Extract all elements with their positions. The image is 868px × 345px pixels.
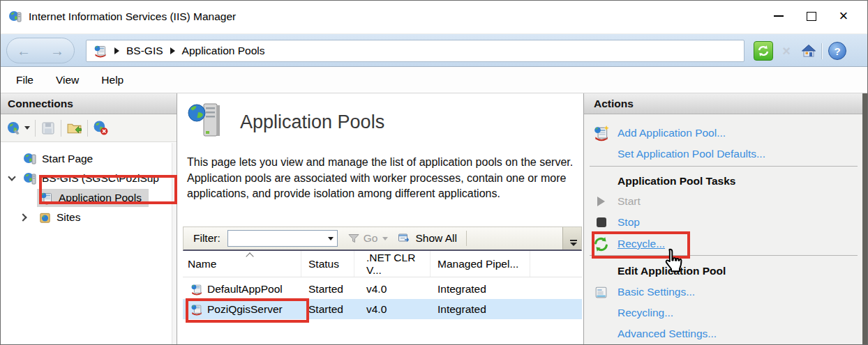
add-application-pool-label: Add Application Pool... (618, 127, 726, 139)
action-set-defaults[interactable]: Set Application Pool Defaults... (592, 145, 856, 163)
column-header-status[interactable]: Status (301, 251, 354, 277)
action-add-application-pool[interactable]: Add Application Pool... (592, 124, 856, 142)
actions-scrollbar[interactable] (862, 93, 867, 345)
sites-icon (38, 211, 52, 224)
column-header-clr-version[interactable]: .NET CLR V... (354, 251, 431, 277)
navigation-buttons: ← → (6, 38, 75, 63)
column-header-pipeline[interactable]: Managed Pipel... (431, 251, 530, 277)
action-recycling[interactable]: Recycling... (592, 304, 856, 322)
content-area: Connections (1, 93, 867, 345)
disconnect-icon[interactable] (93, 120, 109, 136)
tree-label-sites: Sites (57, 211, 80, 224)
stop-label: Stop (618, 216, 640, 229)
pool-name: DefaultAppPool (207, 283, 283, 296)
breadcrumb-server[interactable]: BS-GIS (126, 45, 163, 57)
filter-funnel-icon (347, 232, 360, 245)
actions-header: Actions (584, 93, 867, 114)
close-icon: × (839, 8, 848, 24)
go-dropdown-icon[interactable] (382, 237, 388, 240)
column-label-status: Status (308, 258, 339, 270)
annotation-box-application-pools (39, 175, 177, 204)
connections-panel: Connections (1, 93, 177, 345)
basic-settings-icon (592, 285, 610, 300)
cell-name: DefaultAppPool (183, 283, 301, 296)
refresh-button[interactable] (754, 41, 773, 61)
filter-toolbar: Filter: Go Show All (183, 227, 582, 251)
column-header-name[interactable]: Name (183, 251, 301, 277)
maximize-button[interactable] (796, 2, 827, 30)
application-pool-tasks-heading: Application Pool Tasks (592, 172, 856, 190)
start-page-icon (23, 152, 37, 166)
window-title: Internet Information Services (IIS) Mana… (29, 10, 236, 23)
tree-item-sites[interactable]: Sites (1, 208, 177, 227)
filter-input[interactable] (227, 230, 338, 247)
breadcrumb-page[interactable]: Application Pools (182, 45, 265, 57)
toolbar-divider (61, 120, 61, 137)
home-button[interactable] (799, 41, 818, 61)
actions-divider (590, 166, 858, 167)
group-by-button[interactable] (562, 227, 581, 250)
refresh-icon (756, 44, 770, 58)
menu-help[interactable]: Help (101, 74, 124, 86)
hand-cursor-icon (661, 247, 684, 274)
set-defaults-label: Set Application Pool Defaults... (618, 148, 765, 160)
iis-manager-window: Internet Information Services (IIS) Mana… (0, 0, 868, 345)
sort-ascending-icon (246, 252, 253, 260)
action-advanced-settings[interactable]: Advanced Settings... (592, 325, 856, 343)
add-app-pool-icon (592, 125, 610, 141)
show-all-button[interactable]: Show All (415, 232, 456, 245)
menu-view[interactable]: View (56, 74, 79, 86)
cell-clr-version: v4.0 (354, 303, 431, 316)
help-icon: ? (828, 42, 846, 60)
maximize-icon (807, 12, 816, 21)
connections-toolbar (1, 114, 177, 142)
filter-label: Filter: (193, 232, 220, 245)
app-pool-icon (190, 283, 203, 296)
show-all-icon (397, 231, 411, 245)
menu-file[interactable]: File (16, 74, 33, 86)
toolbar-divider (35, 120, 36, 137)
group-by-caret-icon (570, 243, 577, 246)
export-folder-icon[interactable] (66, 120, 82, 136)
iis-app-icon (8, 10, 22, 24)
cell-pipeline: Integrated (431, 283, 530, 296)
cell-status: Started (301, 303, 354, 316)
tree-scrollbar[interactable] (172, 143, 177, 345)
column-label-clr-version: .NET CLR V... (366, 252, 430, 277)
title-bar: Internet Information Services (IIS) Mana… (1, 1, 867, 33)
menu-bar: File View Help (1, 67, 867, 93)
page-description: This page lets you view and manage the l… (187, 155, 575, 202)
action-stop[interactable]: Stop (592, 213, 856, 231)
action-start[interactable]: Start (592, 192, 856, 210)
stop-navigation-button[interactable]: × (777, 41, 796, 61)
minimize-button[interactable] (763, 2, 794, 30)
create-connection-dropdown-icon[interactable] (24, 126, 30, 130)
table-row-defaultapppool[interactable]: DefaultAppPool Started v4.0 Integrated (183, 279, 582, 299)
address-bar: ← → BS-GIS Application Pools (1, 33, 867, 67)
forward-icon[interactable]: → (50, 44, 64, 58)
minimize-icon (774, 15, 784, 17)
annotation-box-poziqgisserver (186, 298, 309, 323)
action-basic-settings[interactable]: Basic Settings... (592, 283, 856, 301)
toolbar-divider (822, 43, 823, 59)
back-icon[interactable]: ← (17, 44, 31, 58)
actions-panel: Actions Add Application Pool... (584, 93, 867, 345)
go-button[interactable]: Go (364, 232, 378, 245)
chevron-down-icon[interactable] (8, 173, 15, 181)
home-icon (800, 43, 817, 59)
help-button[interactable]: ? (828, 41, 847, 61)
cell-status: Started (301, 283, 354, 296)
stop-navigation-icon: × (782, 43, 791, 59)
cell-pipeline: Integrated (431, 303, 530, 316)
cell-clr-version: v4.0 (354, 283, 431, 296)
tree-item-start-page[interactable]: Start Page (1, 149, 177, 169)
chevron-right-icon[interactable] (19, 213, 27, 221)
breadcrumb[interactable]: BS-GIS Application Pools (86, 40, 744, 62)
save-connections-icon[interactable] (40, 121, 56, 136)
combo-dropdown-icon[interactable] (328, 237, 334, 240)
close-button[interactable]: × (828, 2, 859, 30)
toolbar-divider (87, 120, 88, 137)
basic-settings-label: Basic Settings... (618, 286, 695, 298)
create-connection-icon[interactable] (6, 121, 22, 136)
page-title: Application Pools (240, 112, 384, 133)
